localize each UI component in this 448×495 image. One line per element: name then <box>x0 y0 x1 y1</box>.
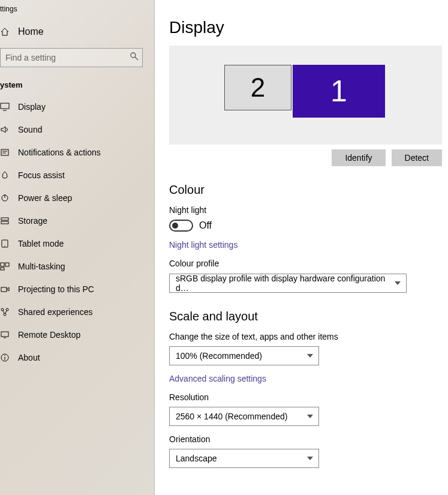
night-light-toggle-row: Off <box>169 220 448 232</box>
nav-item-display[interactable]: Display <box>0 95 154 118</box>
text-size-label: Change the size of text, apps and other … <box>169 332 448 341</box>
svg-line-20 <box>3 311 4 313</box>
svg-point-12 <box>4 245 5 246</box>
svg-rect-2 <box>1 103 9 109</box>
colour-profile-label: Colour profile <box>169 259 448 268</box>
nav-item-sound[interactable]: Sound <box>0 118 154 141</box>
svg-point-19 <box>4 313 6 316</box>
svg-rect-15 <box>1 268 4 270</box>
svg-rect-16 <box>1 287 7 292</box>
identify-button[interactable]: Identify <box>332 149 385 166</box>
nav-list: DisplaySoundNotifications & actionsFocus… <box>0 95 154 369</box>
nav-item-multi-tasking[interactable]: Multi-tasking <box>0 255 154 278</box>
notifications-icon <box>0 148 10 157</box>
nav-item-label: Sound <box>18 125 42 134</box>
page-title: Display <box>169 18 448 37</box>
nav-item-label: Remote Desktop <box>18 330 80 340</box>
svg-point-0 <box>131 53 136 58</box>
colour-heading: Colour <box>169 183 448 197</box>
svg-line-21 <box>5 311 7 313</box>
svg-rect-14 <box>5 263 9 266</box>
nav-item-label: Display <box>18 102 46 112</box>
svg-point-17 <box>1 308 4 311</box>
focus-icon <box>0 170 10 180</box>
svg-point-26 <box>4 355 5 356</box>
nav-item-focus-assist[interactable]: Focus assist <box>0 164 154 187</box>
display-buttons: Identify Detect <box>169 149 442 166</box>
svg-line-1 <box>135 57 138 60</box>
nav-item-label: Storage <box>18 216 47 226</box>
nav-item-notifications-actions[interactable]: Notifications & actions <box>0 141 154 164</box>
section-header: ystem <box>0 77 154 95</box>
multitask-icon <box>0 262 10 271</box>
advanced-scaling-link[interactable]: Advanced scaling settings <box>169 374 266 383</box>
tablet-icon <box>0 239 10 248</box>
nav-item-label: Power & sleep <box>18 193 72 203</box>
nav-item-remote-desktop[interactable]: Remote Desktop <box>0 323 154 346</box>
nav-item-about[interactable]: About <box>0 346 154 369</box>
nav-item-projecting-to-this-pc[interactable]: Projecting to this PC <box>0 278 154 301</box>
remote-icon <box>0 330 10 340</box>
home-nav[interactable]: Home <box>0 18 154 46</box>
display-icon <box>0 102 10 112</box>
project-icon <box>0 284 10 294</box>
night-light-state: Off <box>199 220 212 231</box>
svg-point-18 <box>6 308 8 311</box>
nav-item-power-sleep[interactable]: Power & sleep <box>0 187 154 209</box>
search-icon[interactable] <box>130 52 139 61</box>
night-light-toggle[interactable] <box>169 220 193 232</box>
svg-rect-13 <box>1 263 4 266</box>
text-size-select[interactable]: 100% (Recommended) <box>169 346 319 365</box>
nav-item-label: Projecting to this PC <box>18 284 94 294</box>
power-icon <box>0 193 10 203</box>
search-input[interactable] <box>0 48 143 67</box>
storage-icon <box>0 216 10 226</box>
nav-item-label: About <box>18 353 40 362</box>
nav-item-label: Multi-tasking <box>18 262 65 271</box>
nav-item-label: Shared experiences <box>18 307 93 317</box>
scale-heading: Scale and layout <box>169 310 448 323</box>
monitor-2[interactable]: 2 <box>224 65 291 110</box>
sidebar: ttings Home ystem DisplaySoundNotificati… <box>0 0 155 495</box>
detect-button[interactable]: Detect <box>392 149 442 166</box>
svg-rect-4 <box>1 149 8 155</box>
monitor-1[interactable]: 1 <box>293 65 385 118</box>
main-content: Display 2 1 Identify Detect Colour Night… <box>155 0 448 495</box>
orientation-label: Orientation <box>169 434 448 444</box>
about-icon <box>0 353 10 362</box>
colour-profile-select[interactable]: sRGB display profile with display hardwa… <box>169 274 407 293</box>
resolution-label: Resolution <box>169 392 448 402</box>
nav-item-storage[interactable]: Storage <box>0 209 154 232</box>
shared-icon <box>0 307 10 317</box>
nav-item-tablet-mode[interactable]: Tablet mode <box>0 232 154 255</box>
nav-item-label: Focus assist <box>18 170 65 180</box>
svg-rect-10 <box>1 221 8 224</box>
svg-rect-22 <box>1 332 8 337</box>
nav-item-shared-experiences[interactable]: Shared experiences <box>0 301 154 323</box>
svg-rect-9 <box>1 218 8 220</box>
home-icon <box>0 27 10 37</box>
search-container <box>0 48 143 67</box>
display-arrangement[interactable]: 2 1 <box>169 46 442 145</box>
resolution-select[interactable]: 2560 × 1440 (Recommended) <box>169 407 319 426</box>
orientation-select[interactable]: Landscape <box>169 449 319 468</box>
nav-item-label: Tablet mode <box>18 239 64 248</box>
window-title: ttings <box>0 0 154 18</box>
home-label: Home <box>18 26 44 37</box>
sound-icon <box>0 125 10 134</box>
night-light-settings-link[interactable]: Night light settings <box>169 240 237 250</box>
nav-item-label: Notifications & actions <box>18 148 101 157</box>
night-light-label: Night light <box>169 205 448 215</box>
